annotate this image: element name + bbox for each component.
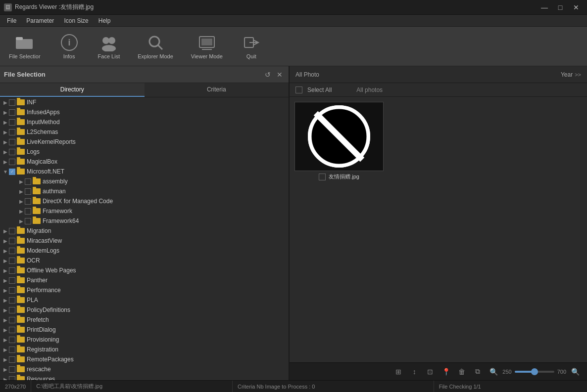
tab-criteria[interactable]: Criteria [145, 83, 289, 97]
tree-expander-rescache[interactable]: ▶ [2, 366, 9, 373]
tree-item-framework[interactable]: ▶Framework [0, 206, 289, 216]
minimize-button[interactable]: — [538, 2, 551, 13]
panel-close-button[interactable]: ✕ [275, 70, 285, 80]
layout-button[interactable]: ⊡ [424, 366, 436, 378]
copy-button[interactable]: ⧉ [472, 366, 484, 378]
zoom-in-button[interactable]: 🔍 [569, 366, 581, 378]
toolbar-face-list[interactable]: Face List [94, 32, 124, 61]
tree-item-logs[interactable]: ▶Logs [0, 147, 289, 157]
zoom-slider[interactable] [515, 371, 554, 373]
tree-item-migration[interactable]: ▶Migration [0, 226, 289, 236]
tree-item-modemlogs[interactable]: ▶ModemLogs [0, 246, 289, 256]
tree-checkbox-framework64[interactable] [25, 218, 31, 224]
tree-checkbox-miracastview[interactable] [9, 238, 15, 244]
maximize-button[interactable]: □ [553, 2, 567, 13]
menu-parameter[interactable]: Parameter [21, 16, 59, 25]
tree-checkbox-microsoftnet[interactable]: ✓ [9, 169, 15, 175]
tree-item-directx[interactable]: ▶DirectX for Managed Code [0, 196, 289, 206]
tree-expander-ocr[interactable]: ▶ [2, 257, 9, 264]
tree-checkbox-resources[interactable] [9, 376, 15, 381]
tree-item-assembly[interactable]: ▶assembly [0, 176, 289, 186]
tree-item-panther[interactable]: ▶Panther [0, 275, 289, 285]
tree-expander-inf[interactable]: ▶ [2, 99, 9, 106]
tree-item-performance[interactable]: ▶Performance [0, 285, 289, 295]
tree-expander-infusedapps[interactable]: ▶ [2, 109, 9, 116]
tree-item-ocr[interactable]: ▶OCR [0, 256, 289, 265]
tree-item-l2schemas[interactable]: ▶L2Schemas [0, 127, 289, 137]
pin-button[interactable]: 📍 [440, 366, 452, 378]
sort-button[interactable]: ↕ [408, 366, 420, 378]
tree-item-framework64[interactable]: ▶Framework64 [0, 216, 289, 226]
tree-item-printdialog[interactable]: ▶PrintDialog [0, 325, 289, 335]
tree-checkbox-infusedapps[interactable] [9, 109, 15, 116]
tree-item-prefetch[interactable]: ▶Prefetch [0, 315, 289, 325]
toolbar-infos[interactable]: i Infos [54, 32, 84, 61]
photo-thumbnail[interactable] [294, 102, 384, 171]
tree-item-inputmethod[interactable]: ▶InputMethod [0, 117, 289, 127]
tree-expander-miracastview[interactable]: ▶ [2, 237, 9, 244]
tree-expander-registration[interactable]: ▶ [2, 346, 9, 353]
tree-expander-performance[interactable]: ▶ [2, 287, 9, 294]
tree-checkbox-assembly[interactable] [25, 178, 31, 185]
tree-expander-panther[interactable]: ▶ [2, 277, 9, 284]
tree-checkbox-registration[interactable] [9, 347, 15, 353]
tree-item-remotepackages[interactable]: ▶RemotePackages [0, 354, 289, 364]
tree-expander-resources[interactable]: ▶ [2, 376, 9, 380]
tree-expander-framework[interactable]: ▶ [18, 208, 25, 215]
tree-item-registration[interactable]: ▶Registration [0, 345, 289, 354]
tree-item-rescache[interactable]: ▶rescache [0, 364, 289, 374]
tree-checkbox-directx[interactable] [25, 198, 31, 205]
zoom-out-button[interactable]: 🔍 [488, 366, 499, 378]
toolbar-quit[interactable]: Quit [237, 32, 266, 61]
tree-expander-assembly[interactable]: ▶ [18, 178, 25, 185]
tree-checkbox-migration[interactable] [9, 228, 15, 234]
tree-checkbox-prefetch[interactable] [9, 317, 15, 323]
tree-item-policydefinitions[interactable]: ▶PolicyDefinitions [0, 305, 289, 315]
tree-checkbox-framework[interactable] [25, 208, 31, 215]
tree-expander-printdialog[interactable]: ▶ [2, 326, 9, 333]
tree-expander-migration[interactable]: ▶ [2, 227, 9, 234]
tree-expander-framework64[interactable]: ▶ [18, 218, 25, 224]
tree-expander-policydefinitions[interactable]: ▶ [2, 306, 9, 313]
tree-item-resources[interactable]: ▶Resources [0, 374, 289, 380]
tree-expander-microsoftnet[interactable]: ▼ [2, 168, 9, 175]
tree-item-inf[interactable]: ▶INF [0, 97, 289, 107]
tree-expander-inputmethod[interactable]: ▶ [2, 119, 9, 126]
tree-checkbox-modemlogs[interactable] [9, 248, 15, 254]
tab-directory[interactable]: Directory [0, 83, 145, 97]
menu-icon-size[interactable]: Icon Size [59, 16, 93, 25]
tree-item-miracastview[interactable]: ▶MiracastView [0, 236, 289, 246]
tree-expander-logs[interactable]: ▶ [2, 148, 9, 155]
tree-item-livekernelreports[interactable]: ▶LiveKernelReports [0, 137, 289, 147]
tree-checkbox-inputmethod[interactable] [9, 119, 15, 126]
tree-expander-remotepackages[interactable]: ▶ [2, 356, 9, 363]
tree-expander-provisioning[interactable]: ▶ [2, 336, 9, 343]
tree-expander-prefetch[interactable]: ▶ [2, 316, 9, 323]
delete-button[interactable]: 🗑 [456, 366, 468, 378]
tree-expander-modemlogs[interactable]: ▶ [2, 247, 9, 254]
grid-view-button[interactable]: ⊞ [392, 366, 404, 378]
tree-item-pla[interactable]: ▶PLA [0, 295, 289, 305]
close-button[interactable]: ✕ [569, 2, 583, 13]
tree-expander-l2schemas[interactable]: ▶ [2, 129, 9, 135]
tree-checkbox-inf[interactable] [9, 99, 15, 106]
tree-expander-authman[interactable]: ▶ [18, 188, 25, 195]
tree-expander-magicalbox[interactable]: ▶ [2, 158, 9, 165]
tree-checkbox-provisioning[interactable] [9, 337, 15, 343]
menu-help[interactable]: Help [94, 16, 116, 25]
tree-checkbox-ocr[interactable] [9, 258, 15, 264]
tree-checkbox-authman[interactable] [25, 188, 31, 195]
select-all-checkbox[interactable] [295, 87, 302, 93]
tree-checkbox-performance[interactable] [9, 287, 15, 294]
menu-file[interactable]: File [2, 16, 21, 25]
directory-tree[interactable]: ▶INF▶InfusedApps▶InputMethod▶L2Schemas▶L… [0, 97, 289, 380]
tree-checkbox-rescache[interactable] [9, 366, 15, 373]
tree-checkbox-offlinewebpages[interactable] [9, 267, 15, 274]
tree-checkbox-panther[interactable] [9, 277, 15, 284]
tree-expander-pla[interactable]: ▶ [2, 297, 9, 304]
tree-expander-directx[interactable]: ▶ [18, 198, 25, 205]
tree-checkbox-l2schemas[interactable] [9, 129, 15, 135]
tree-item-provisioning[interactable]: ▶Provisioning [0, 335, 289, 345]
tree-item-offlinewebpages[interactable]: ▶Offline Web Pages [0, 265, 289, 275]
tree-item-magicalbox[interactable]: ▶MagicalBox [0, 157, 289, 167]
